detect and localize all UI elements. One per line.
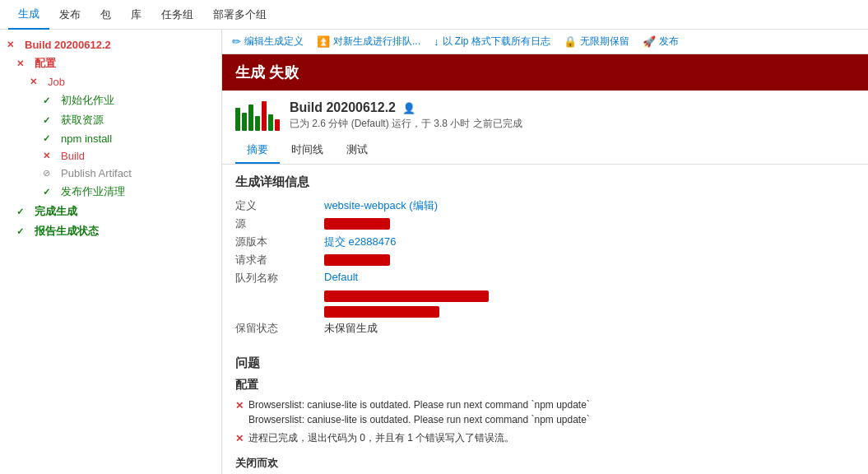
definition-link[interactable]: website-webpack (编辑) — [324, 199, 438, 211]
build-title: Build 20200612.2 👤 — [290, 100, 522, 115]
x-icon: ✕ — [235, 431, 244, 446]
tabs: 摘要 时间线 测试 — [222, 137, 868, 165]
details-section: 生成详细信息 定义 website-webpack (编辑) 源 源版本 提交 … — [222, 165, 868, 352]
sidebar-item-build-step[interactable]: ✕ Build — [0, 147, 221, 165]
edit-definition-button[interactable]: ✏ 编辑生成定义 — [232, 35, 304, 49]
label-queue: 队列名称 — [235, 271, 318, 286]
sidebar: ✕ Build 20200612.2 ✕ 配置 ✕ Job ✓ 初始化作业 ✓ … — [0, 30, 222, 474]
check-icon: ✓ — [43, 115, 56, 126]
label-blank2 — [235, 305, 318, 318]
issue-item-2: ✕ 进程已完成，退出代码为 0，并且有 1 个错误写入了错误流。 — [235, 430, 855, 446]
sidebar-item-config[interactable]: ✕ 配置 — [0, 53, 221, 73]
tab-tests[interactable]: 测试 — [335, 137, 379, 164]
check-icon: ✓ — [43, 133, 56, 144]
content-area: ✏ 编辑生成定义 ⏫ 对新生成进行排队... ↓ 以 Zip 格式下载所有日志 … — [222, 30, 868, 474]
edit-label: 编辑生成定义 — [244, 35, 304, 49]
label-source: 源 — [235, 216, 318, 231]
sidebar-item-job[interactable]: ✕ Job — [0, 73, 221, 91]
nav-multideploy[interactable]: 部署多个组 — [203, 0, 276, 30]
issues-title: 问题 — [235, 356, 855, 371]
download-icon: ↓ — [434, 35, 439, 48]
tab-timeline[interactable]: 时间线 — [280, 137, 335, 164]
user-icon: 👤 — [402, 102, 415, 114]
main-layout: ✕ Build 20200612.2 ✕ 配置 ✕ Job ✓ 初始化作业 ✓ … — [0, 30, 868, 474]
sidebar-item-init[interactable]: ✓ 初始化作业 — [0, 91, 221, 110]
value-blank2 — [324, 305, 855, 318]
value-definition[interactable]: website-webpack (编辑) — [324, 198, 855, 213]
build-header: Build 20200612.2 👤 已为 2.6 分钟 (Default) 运… — [222, 91, 868, 137]
x-icon: ✕ — [16, 58, 30, 69]
sidebar-item-npm[interactable]: ✓ npm install — [0, 130, 221, 147]
sourceversion-link[interactable]: 提交 e2888476 — [324, 235, 396, 248]
wide-redacted — [324, 290, 489, 302]
sidebar-npm-label: npm install — [61, 132, 112, 145]
queue-label: 对新生成进行排队... — [333, 35, 420, 49]
value-source — [324, 216, 855, 231]
label-sourceversion: 源版本 — [235, 235, 318, 249]
queue-link[interactable]: Default — [324, 271, 358, 283]
build-chart — [235, 101, 280, 131]
bar-4 — [255, 116, 260, 131]
build-info: Build 20200612.2 👤 已为 2.6 分钟 (Default) 运… — [290, 100, 522, 131]
build-failed-banner: 生成 失败 — [222, 54, 868, 91]
bar-2 — [242, 113, 247, 131]
top-nav: 生成 发布 包 库 任务组 部署多个组 — [0, 0, 868, 30]
queue-build-button[interactable]: ⏫ 对新生成进行排队... — [317, 35, 420, 49]
sidebar-job-label: Job — [48, 76, 65, 88]
build-title-text: Build 20200612.2 — [290, 100, 396, 114]
sidebar-init-label: 初始化作业 — [61, 93, 114, 108]
release-button[interactable]: 🚀 发布 — [643, 35, 679, 49]
bar-5 — [262, 101, 267, 131]
lock-icon: 🔒 — [564, 35, 577, 48]
issue-text-1: Browserslist: caniuse-lite is outdated. … — [248, 397, 590, 427]
sidebar-item-build[interactable]: ✕ Build 20200612.2 — [0, 36, 221, 53]
sidebar-build-step-label: Build — [61, 150, 85, 162]
sidebar-item-cleanup[interactable]: ✓ 发布作业清理 — [0, 182, 221, 202]
value-retain-status: 未保留生成 — [324, 321, 855, 336]
label-blank1 — [235, 289, 318, 302]
sidebar-publish-label: Publish Artifact — [61, 167, 132, 179]
queue-icon: ⏫ — [317, 35, 330, 48]
sidebar-fetch-label: 获取资源 — [61, 113, 104, 128]
x-icon: ✕ — [7, 40, 20, 50]
sidebar-cleanup-label: 发布作业清理 — [61, 184, 125, 199]
issues-config-label: 配置 — [235, 378, 855, 393]
nav-package[interactable]: 包 — [91, 0, 121, 30]
value-requester — [324, 253, 855, 267]
details-title: 生成详细信息 — [235, 174, 855, 190]
requester-redacted — [324, 254, 390, 266]
sidebar-item-report[interactable]: ✓ 报告生成状态 — [0, 221, 221, 241]
nav-release[interactable]: 发布 — [49, 0, 91, 30]
sidebar-build-label: Build 20200612.2 — [25, 39, 111, 51]
download-label: 以 Zip 格式下载所有日志 — [443, 35, 550, 49]
value-blank1 — [324, 289, 855, 302]
medium-redacted — [324, 306, 439, 318]
retain-button[interactable]: 🔒 无限期保留 — [564, 35, 629, 49]
sidebar-item-publish[interactable]: ⊘ Publish Artifact — [0, 165, 221, 182]
release-label: 发布 — [659, 35, 679, 49]
x-icon: ✕ — [235, 398, 244, 413]
download-logs-button[interactable]: ↓ 以 Zip 格式下载所有日志 — [434, 35, 550, 49]
check-icon: ✓ — [43, 95, 56, 106]
nav-library[interactable]: 库 — [121, 0, 151, 30]
toolbar: ✏ 编辑生成定义 ⏫ 对新生成进行排队... ↓ 以 Zip 格式下载所有日志 … — [222, 30, 868, 54]
value-queue[interactable]: Default — [324, 271, 855, 286]
check-icon: ✓ — [43, 187, 56, 198]
sidebar-item-fetch[interactable]: ✓ 获取资源 — [0, 110, 221, 130]
nav-taskgroup[interactable]: 任务组 — [151, 0, 203, 30]
sidebar-item-complete[interactable]: ✓ 完成生成 — [0, 202, 221, 221]
build-subtitle: 已为 2.6 分钟 (Default) 运行，于 3.8 小时 之前已完成 — [290, 117, 522, 131]
nav-build[interactable]: 生成 — [8, 0, 49, 30]
x-icon: ✕ — [30, 77, 43, 87]
bar-6 — [268, 114, 273, 131]
issue-item-1: ✕ Browserslist: caniuse-lite is outdated… — [235, 397, 855, 427]
tab-summary[interactable]: 摘要 — [235, 137, 280, 164]
sidebar-report-label: 报告生成状态 — [35, 224, 99, 239]
issue-text-2: 进程已完成，退出代码为 0，并且有 1 个错误写入了错误流。 — [248, 430, 514, 445]
issues-section: 问题 配置 ✕ Browserslist: caniuse-lite is ou… — [222, 352, 868, 474]
value-sourceversion[interactable]: 提交 e2888476 — [324, 235, 855, 249]
edit-icon: ✏ — [232, 35, 241, 48]
bar-1 — [235, 108, 240, 131]
x-icon: ✕ — [43, 151, 56, 161]
label-requester: 请求者 — [235, 253, 318, 267]
